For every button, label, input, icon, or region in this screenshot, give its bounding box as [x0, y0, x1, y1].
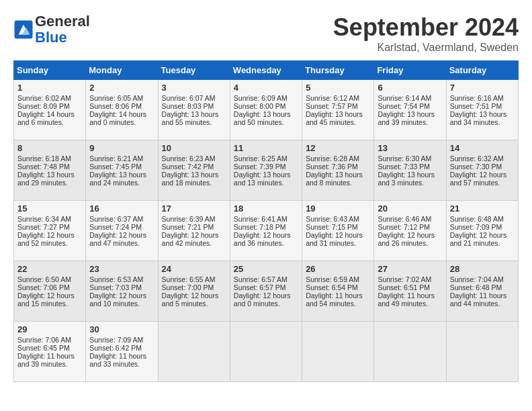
calendar-cell: 3Sunrise: 6:07 AMSunset: 8:03 PMDaylight… [158, 80, 230, 140]
calendar-cell: 6Sunrise: 6:14 AMSunset: 7:54 PMDaylight… [374, 80, 446, 140]
day-info: Daylight: 11 hours and 44 minutes. [450, 291, 515, 308]
day-info: Daylight: 12 hours and 15 minutes. [17, 291, 82, 308]
calendar-cell: 24Sunrise: 6:55 AMSunset: 7:00 PMDayligh… [158, 261, 230, 322]
day-number: 16 [89, 203, 154, 214]
day-info: Daylight: 13 hours and 13 minutes. [234, 171, 298, 187]
day-info: Sunset: 7:12 PM [378, 223, 442, 231]
calendar-cell: 27Sunrise: 7:02 AMSunset: 6:51 PMDayligh… [374, 261, 446, 322]
day-info: Sunset: 7:33 PM [378, 163, 442, 171]
day-info: Sunset: 7:09 PM [450, 223, 515, 231]
calendar-cell: 28Sunrise: 7:04 AMSunset: 6:48 PMDayligh… [446, 261, 518, 322]
day-info: Sunrise: 6:41 AM [234, 215, 298, 223]
day-info: Sunset: 8:00 PM [234, 102, 298, 110]
day-info: Daylight: 12 hours and 47 minutes. [89, 231, 154, 247]
day-info: Sunset: 6:48 PM [450, 283, 515, 291]
day-info: Sunrise: 6:30 AM [378, 154, 442, 163]
calendar-cell: 7Sunrise: 6:16 AMSunset: 7:51 PMDaylight… [446, 80, 518, 140]
day-info: Daylight: 12 hours and 57 minutes. [450, 171, 515, 187]
logo-icon [13, 19, 34, 40]
day-info: Daylight: 13 hours and 24 minutes. [89, 171, 154, 187]
day-info: Sunset: 7:27 PM [17, 223, 82, 231]
day-info: Sunset: 7:54 PM [378, 102, 442, 110]
day-info: Daylight: 13 hours and 45 minutes. [306, 110, 370, 126]
day-info: Sunset: 7:48 PM [17, 163, 82, 171]
day-info: Sunset: 6:57 PM [234, 283, 298, 291]
day-info: Sunset: 8:09 PM [17, 102, 82, 110]
day-info: Sunrise: 6:28 AM [306, 154, 370, 163]
day-info: Sunrise: 6:48 AM [450, 215, 515, 223]
day-info: Sunrise: 6:25 AM [234, 154, 298, 163]
calendar-cell: 26Sunrise: 6:59 AMSunset: 6:54 PMDayligh… [302, 261, 374, 322]
day-info: Sunset: 7:51 PM [450, 102, 515, 110]
day-info: Sunrise: 6:09 AM [234, 94, 298, 102]
calendar-cell: 21Sunrise: 6:48 AMSunset: 7:09 PMDayligh… [446, 201, 518, 261]
day-info: Sunrise: 6:18 AM [17, 154, 82, 163]
day-info: Daylight: 12 hours and 36 minutes. [234, 231, 298, 247]
day-header-thursday: Thursday [302, 61, 374, 80]
day-number: 19 [306, 203, 370, 214]
calendar-cell: 8Sunrise: 6:18 AMSunset: 7:48 PMDaylight… [14, 140, 86, 201]
calendar-cell: 25Sunrise: 6:57 AMSunset: 6:57 PMDayligh… [230, 261, 302, 322]
day-number: 17 [162, 203, 226, 214]
day-number: 10 [162, 143, 226, 153]
day-info: Sunrise: 6:39 AM [162, 215, 226, 223]
day-number: 6 [378, 83, 442, 93]
calendar-cell: 22Sunrise: 6:50 AMSunset: 7:06 PMDayligh… [14, 261, 86, 322]
day-header-tuesday: Tuesday [158, 61, 230, 80]
day-number: 23 [89, 264, 154, 274]
day-info: Daylight: 12 hours and 52 minutes. [17, 231, 82, 247]
day-info: Daylight: 11 hours and 54 minutes. [306, 291, 370, 308]
day-number: 18 [234, 203, 298, 214]
day-info: Sunrise: 6:32 AM [450, 154, 515, 163]
day-info: Sunset: 7:06 PM [17, 283, 82, 291]
day-number: 29 [17, 324, 82, 334]
title-block: September 2024 Karlstad, Vaermland, Swed… [333, 13, 519, 54]
day-info: Sunrise: 6:02 AM [17, 94, 82, 102]
day-number: 13 [378, 143, 442, 153]
day-info: Daylight: 14 hours and 6 minutes. [17, 110, 82, 126]
calendar-cell: 9Sunrise: 6:21 AMSunset: 7:45 PMDaylight… [86, 140, 158, 201]
day-info: Daylight: 11 hours and 39 minutes. [17, 352, 82, 368]
day-number: 22 [17, 264, 82, 274]
day-info: Daylight: 12 hours and 26 minutes. [378, 231, 442, 247]
day-number: 24 [162, 264, 226, 274]
calendar-cell: 30Sunrise: 7:09 AMSunset: 6:42 PMDayligh… [86, 322, 158, 382]
calendar-cell [374, 322, 446, 382]
calendar-cell [446, 322, 518, 382]
day-info: Daylight: 13 hours and 18 minutes. [162, 171, 226, 187]
day-info: Daylight: 14 hours and 0 minutes. [89, 110, 154, 126]
calendar-cell: 29Sunrise: 7:06 AMSunset: 6:45 PMDayligh… [14, 322, 86, 382]
day-number: 5 [306, 83, 370, 93]
calendar-cell: 2Sunrise: 6:05 AMSunset: 8:06 PMDaylight… [86, 80, 158, 140]
day-info: Sunset: 6:45 PM [17, 344, 82, 352]
day-info: Sunrise: 6:50 AM [17, 275, 82, 283]
day-info: Sunset: 7:57 PM [306, 102, 370, 110]
day-info: Sunset: 8:06 PM [89, 102, 154, 110]
day-number: 8 [17, 143, 82, 153]
day-info: Daylight: 13 hours and 39 minutes. [378, 110, 442, 126]
day-info: Sunset: 7:15 PM [306, 223, 370, 231]
day-info: Sunrise: 6:57 AM [234, 275, 298, 283]
day-info: Sunset: 6:51 PM [378, 283, 442, 291]
day-info: Sunset: 7:03 PM [89, 283, 154, 291]
location: Karlstad, Vaermland, Sweden [333, 42, 519, 54]
day-info: Daylight: 12 hours and 42 minutes. [162, 231, 226, 247]
day-info: Sunset: 7:00 PM [162, 283, 226, 291]
calendar-cell: 17Sunrise: 6:39 AMSunset: 7:21 PMDayligh… [158, 201, 230, 261]
day-info: Daylight: 12 hours and 21 minutes. [450, 231, 515, 247]
calendar-cell: 11Sunrise: 6:25 AMSunset: 7:39 PMDayligh… [230, 140, 302, 201]
calendar-cell: 14Sunrise: 6:32 AMSunset: 7:30 PMDayligh… [446, 140, 518, 201]
day-info: Sunrise: 7:02 AM [378, 275, 442, 283]
day-number: 7 [450, 83, 515, 93]
day-number: 21 [450, 203, 515, 214]
month-title: September 2024 [333, 13, 519, 42]
day-info: Sunrise: 6:46 AM [378, 215, 442, 223]
day-number: 3 [162, 83, 226, 93]
day-info: Sunrise: 7:04 AM [450, 275, 515, 283]
day-number: 2 [89, 83, 154, 93]
day-info: Daylight: 11 hours and 33 minutes. [89, 352, 154, 368]
day-info: Daylight: 12 hours and 31 minutes. [306, 231, 370, 247]
calendar-cell: 5Sunrise: 6:12 AMSunset: 7:57 PMDaylight… [302, 80, 374, 140]
day-info: Sunset: 7:39 PM [234, 163, 298, 171]
day-info: Sunrise: 6:05 AM [89, 94, 154, 102]
